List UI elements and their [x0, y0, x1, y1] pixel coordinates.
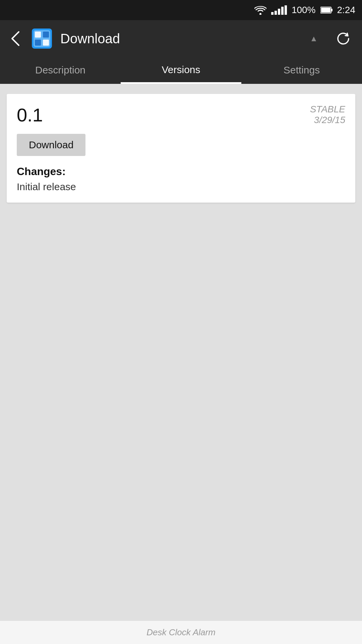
toolbar-title: Download: [60, 31, 303, 46]
changes-text: Initial release: [17, 181, 345, 193]
triangle-icon: ▲: [310, 34, 318, 43]
version-meta: STABLE 3/29/15: [310, 104, 345, 125]
changes-section: Changes: Initial release: [17, 165, 345, 193]
tab-versions[interactable]: Versions: [121, 57, 241, 84]
version-stable-label: STABLE: [310, 104, 345, 115]
content-area: 0.1 STABLE 3/29/15 Download Changes: Ini…: [0, 84, 362, 213]
svg-point-0: [259, 13, 261, 15]
battery-icon: [320, 6, 333, 14]
version-card: 0.1 STABLE 3/29/15 Download Changes: Ini…: [7, 94, 355, 203]
status-bar: 100% 2:24: [0, 0, 362, 20]
tabs-bar: Description Versions Settings: [0, 57, 362, 84]
svg-rect-3: [321, 8, 330, 12]
app-icon: [30, 27, 54, 50]
toolbar: Download ▲: [0, 20, 362, 57]
svg-rect-9: [43, 40, 49, 46]
tab-settings[interactable]: Settings: [241, 57, 362, 84]
tab-description[interactable]: Description: [0, 57, 121, 84]
signal-bars-icon: [271, 5, 287, 15]
version-date: 3/29/15: [310, 115, 345, 125]
svg-rect-6: [35, 32, 41, 38]
changes-label: Changes:: [17, 165, 345, 178]
back-button[interactable]: [7, 27, 23, 50]
refresh-button[interactable]: [331, 26, 355, 51]
version-header: 0.1 STABLE 3/29/15: [17, 104, 345, 126]
version-number: 0.1: [17, 104, 43, 126]
battery-percent: 100%: [292, 5, 316, 15]
svg-rect-7: [43, 32, 49, 38]
footer-app-name: Desk Clock Alarm: [146, 627, 216, 638]
download-button[interactable]: Download: [17, 134, 85, 156]
status-time: 2:24: [337, 5, 356, 15]
status-icons: 100% 2:24: [254, 5, 355, 15]
footer: Desk Clock Alarm: [0, 621, 362, 644]
svg-rect-8: [35, 40, 41, 46]
wifi-icon: [254, 5, 266, 15]
svg-rect-2: [331, 9, 333, 11]
